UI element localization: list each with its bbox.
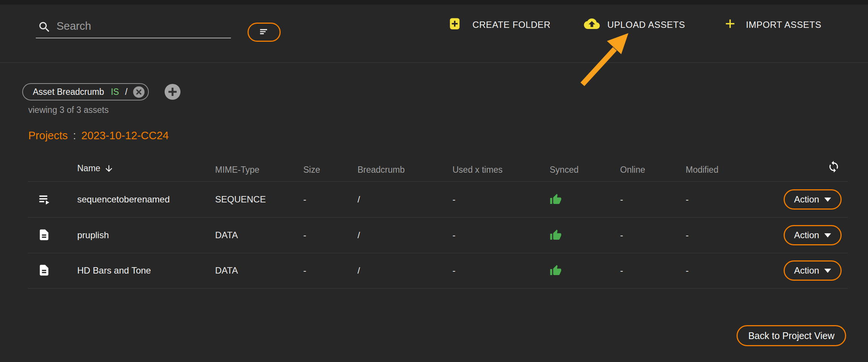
asset-size: -: [303, 230, 306, 240]
asset-used-x-times: -: [452, 265, 455, 276]
pointer-arrow-annotation: [576, 29, 636, 89]
import-assets-button[interactable]: IMPORT ASSETS: [724, 14, 821, 35]
asset-mime-type: SEQUENCE: [215, 194, 266, 205]
caret-down-icon: [824, 198, 831, 202]
create-folder-label: CREATE FOLDER: [472, 20, 550, 30]
breadcrumb-projects-link[interactable]: Projects: [28, 129, 68, 142]
column-header-size[interactable]: Size: [303, 165, 320, 175]
asset-used-x-times: -: [452, 194, 455, 205]
breadcrumb-current-project-link[interactable]: 2023-10-12-CC24: [81, 129, 169, 142]
back-to-project-view-button[interactable]: Back to Project View: [737, 325, 846, 346]
search-input[interactable]: [57, 17, 219, 35]
asset-online: -: [620, 230, 623, 240]
column-header-modified[interactable]: Modified: [686, 165, 718, 175]
asset-breadcrumb: /: [358, 265, 360, 276]
cloud-upload-icon: [584, 16, 600, 34]
asset-mime-type: DATA: [215, 265, 238, 276]
table-row[interactable]: sequencetoberenamed SEQUENCE - / - - - A…: [28, 182, 848, 218]
asset-size: -: [303, 265, 306, 276]
column-header-synced[interactable]: Synced: [550, 165, 579, 175]
search-underline: [36, 38, 231, 38]
filter-chip-value: /: [125, 87, 127, 97]
document-icon: [38, 228, 51, 242]
asset-name: sequencetoberenamed: [77, 194, 170, 205]
action-label: Action: [794, 265, 819, 276]
filter-chip-operator: IS: [111, 87, 119, 97]
asset-size: -: [303, 194, 306, 205]
window-top-strip: [0, 0, 868, 5]
upload-assets-button[interactable]: UPLOAD ASSETS: [584, 14, 685, 35]
column-header-name[interactable]: Name: [77, 163, 114, 173]
sort-descending-icon: [104, 164, 114, 173]
refresh-icon[interactable]: [827, 160, 840, 173]
sort-lines-icon: [258, 26, 270, 39]
column-header-used-x-times[interactable]: Used x times: [452, 165, 503, 175]
caret-down-icon: [824, 233, 831, 237]
topbar-divider: [0, 62, 868, 63]
asset-online: -: [620, 265, 623, 276]
asset-name: pruplish: [77, 230, 109, 240]
asset-modified: -: [686, 265, 689, 276]
thumb-up-icon: [550, 229, 562, 241]
column-header-online[interactable]: Online: [620, 165, 645, 175]
add-filter-button[interactable]: [164, 83, 181, 100]
filter-chip-field: Asset Breadcrumb: [33, 87, 104, 97]
column-header-mime-type[interactable]: MIME-Type: [215, 165, 260, 175]
asset-modified: -: [686, 230, 689, 240]
plus-square-icon: [448, 17, 461, 32]
plus-icon: [724, 18, 736, 32]
create-folder-button[interactable]: CREATE FOLDER: [448, 14, 550, 35]
action-label: Action: [794, 230, 819, 240]
asset-manager-screen: CREATE FOLDER UPLOAD ASSETS IMPORT ASSET…: [0, 0, 868, 362]
action-label: Action: [794, 194, 819, 205]
viewing-count-text: viewing 3 of 3 assets: [28, 105, 109, 115]
filter-button[interactable]: [248, 23, 281, 42]
breadcrumb-separator: :: [73, 129, 76, 142]
import-assets-label: IMPORT ASSETS: [746, 20, 821, 30]
table-row[interactable]: HD Bars and Tone DATA - / - - - Action: [28, 253, 848, 289]
asset-modified: -: [686, 194, 689, 205]
thumb-up-icon: [550, 265, 562, 277]
asset-breadcrumb: /: [358, 230, 360, 240]
breadcrumb: Projects : 2023-10-12-CC24: [28, 129, 169, 142]
asset-mime-type: DATA: [215, 230, 238, 240]
document-icon: [38, 264, 51, 277]
action-dropdown-button[interactable]: Action: [784, 225, 842, 245]
search-icon: [38, 20, 51, 34]
asset-used-x-times: -: [452, 230, 455, 240]
sequence-icon: [38, 193, 51, 206]
asset-breadcrumb: /: [358, 194, 360, 205]
action-dropdown-button[interactable]: Action: [784, 260, 842, 281]
asset-name: HD Bars and Tone: [77, 265, 151, 276]
caret-down-icon: [824, 269, 831, 273]
thumb-up-icon: [550, 193, 562, 205]
upload-assets-label: UPLOAD ASSETS: [607, 20, 685, 30]
table-header-row: Name MIME-Type Size Breadcrumb Used x ti…: [28, 151, 848, 182]
filter-chip-asset-breadcrumb[interactable]: Asset Breadcrumb IS /: [22, 83, 149, 100]
column-header-breadcrumb[interactable]: Breadcrumb: [358, 165, 405, 175]
chip-close-icon[interactable]: [133, 86, 145, 98]
table-row[interactable]: pruplish DATA - / - - - Action: [28, 218, 848, 253]
asset-online: -: [620, 194, 623, 205]
action-dropdown-button[interactable]: Action: [784, 189, 842, 210]
